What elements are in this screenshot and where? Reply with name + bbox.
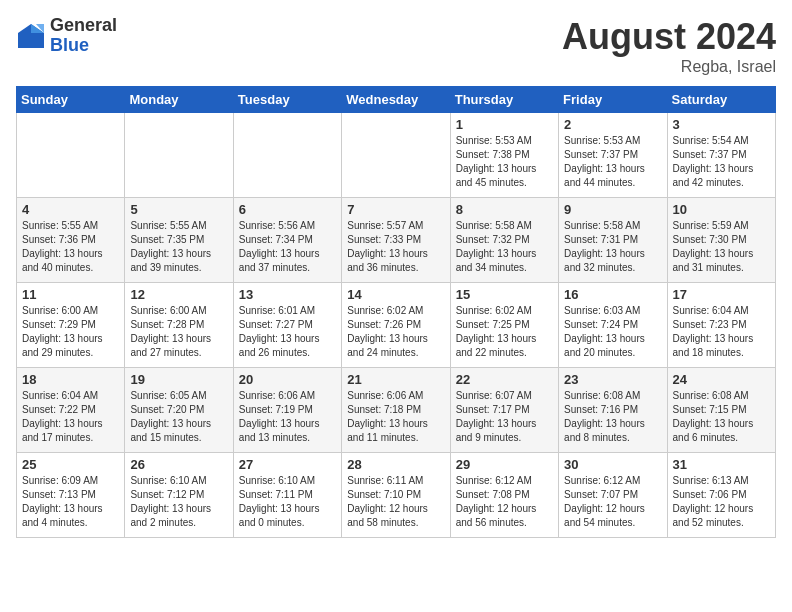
- calendar-cell: 22Sunrise: 6:07 AM Sunset: 7:17 PM Dayli…: [450, 368, 558, 453]
- day-number: 24: [673, 372, 770, 387]
- day-info: Sunrise: 6:13 AM Sunset: 7:06 PM Dayligh…: [673, 474, 770, 530]
- calendar-cell: 18Sunrise: 6:04 AM Sunset: 7:22 PM Dayli…: [17, 368, 125, 453]
- day-number: 18: [22, 372, 119, 387]
- day-info: Sunrise: 6:06 AM Sunset: 7:19 PM Dayligh…: [239, 389, 336, 445]
- logo-blue-text: Blue: [50, 36, 117, 56]
- header-friday: Friday: [559, 87, 667, 113]
- day-number: 8: [456, 202, 553, 217]
- header-saturday: Saturday: [667, 87, 775, 113]
- calendar-cell: 6Sunrise: 5:56 AM Sunset: 7:34 PM Daylig…: [233, 198, 341, 283]
- day-info: Sunrise: 6:04 AM Sunset: 7:22 PM Dayligh…: [22, 389, 119, 445]
- day-info: Sunrise: 6:09 AM Sunset: 7:13 PM Dayligh…: [22, 474, 119, 530]
- day-number: 27: [239, 457, 336, 472]
- calendar-cell: 27Sunrise: 6:10 AM Sunset: 7:11 PM Dayli…: [233, 453, 341, 538]
- day-info: Sunrise: 5:55 AM Sunset: 7:36 PM Dayligh…: [22, 219, 119, 275]
- header-sunday: Sunday: [17, 87, 125, 113]
- day-number: 14: [347, 287, 444, 302]
- calendar-week-5: 25Sunrise: 6:09 AM Sunset: 7:13 PM Dayli…: [17, 453, 776, 538]
- logo-icon: [16, 21, 46, 51]
- day-info: Sunrise: 6:02 AM Sunset: 7:26 PM Dayligh…: [347, 304, 444, 360]
- day-number: 6: [239, 202, 336, 217]
- day-number: 16: [564, 287, 661, 302]
- day-info: Sunrise: 5:56 AM Sunset: 7:34 PM Dayligh…: [239, 219, 336, 275]
- calendar-cell: 21Sunrise: 6:06 AM Sunset: 7:18 PM Dayli…: [342, 368, 450, 453]
- day-number: 30: [564, 457, 661, 472]
- calendar-cell: 12Sunrise: 6:00 AM Sunset: 7:28 PM Dayli…: [125, 283, 233, 368]
- day-info: Sunrise: 6:08 AM Sunset: 7:16 PM Dayligh…: [564, 389, 661, 445]
- calendar-week-4: 18Sunrise: 6:04 AM Sunset: 7:22 PM Dayli…: [17, 368, 776, 453]
- calendar-cell: 7Sunrise: 5:57 AM Sunset: 7:33 PM Daylig…: [342, 198, 450, 283]
- header-wednesday: Wednesday: [342, 87, 450, 113]
- logo: General Blue: [16, 16, 117, 56]
- calendar-cell: 28Sunrise: 6:11 AM Sunset: 7:10 PM Dayli…: [342, 453, 450, 538]
- day-number: 5: [130, 202, 227, 217]
- day-number: 26: [130, 457, 227, 472]
- day-number: 11: [22, 287, 119, 302]
- day-info: Sunrise: 6:04 AM Sunset: 7:23 PM Dayligh…: [673, 304, 770, 360]
- day-info: Sunrise: 6:10 AM Sunset: 7:11 PM Dayligh…: [239, 474, 336, 530]
- day-number: 12: [130, 287, 227, 302]
- day-number: 1: [456, 117, 553, 132]
- day-info: Sunrise: 6:06 AM Sunset: 7:18 PM Dayligh…: [347, 389, 444, 445]
- day-number: 21: [347, 372, 444, 387]
- calendar-week-2: 4Sunrise: 5:55 AM Sunset: 7:36 PM Daylig…: [17, 198, 776, 283]
- day-info: Sunrise: 5:53 AM Sunset: 7:37 PM Dayligh…: [564, 134, 661, 190]
- calendar-cell: 19Sunrise: 6:05 AM Sunset: 7:20 PM Dayli…: [125, 368, 233, 453]
- calendar-cell: 25Sunrise: 6:09 AM Sunset: 7:13 PM Dayli…: [17, 453, 125, 538]
- day-info: Sunrise: 6:01 AM Sunset: 7:27 PM Dayligh…: [239, 304, 336, 360]
- day-number: 2: [564, 117, 661, 132]
- calendar-cell: [342, 113, 450, 198]
- day-number: 23: [564, 372, 661, 387]
- page-header: General Blue August 2024 Regba, Israel: [16, 16, 776, 76]
- day-info: Sunrise: 6:03 AM Sunset: 7:24 PM Dayligh…: [564, 304, 661, 360]
- calendar-cell: [125, 113, 233, 198]
- day-info: Sunrise: 6:10 AM Sunset: 7:12 PM Dayligh…: [130, 474, 227, 530]
- day-info: Sunrise: 5:53 AM Sunset: 7:38 PM Dayligh…: [456, 134, 553, 190]
- day-number: 25: [22, 457, 119, 472]
- header-row: Sunday Monday Tuesday Wednesday Thursday…: [17, 87, 776, 113]
- calendar-cell: 15Sunrise: 6:02 AM Sunset: 7:25 PM Dayli…: [450, 283, 558, 368]
- day-number: 4: [22, 202, 119, 217]
- calendar-cell: 20Sunrise: 6:06 AM Sunset: 7:19 PM Dayli…: [233, 368, 341, 453]
- calendar-cell: 13Sunrise: 6:01 AM Sunset: 7:27 PM Dayli…: [233, 283, 341, 368]
- calendar-cell: [17, 113, 125, 198]
- calendar-cell: 26Sunrise: 6:10 AM Sunset: 7:12 PM Dayli…: [125, 453, 233, 538]
- day-number: 17: [673, 287, 770, 302]
- day-number: 29: [456, 457, 553, 472]
- day-info: Sunrise: 6:08 AM Sunset: 7:15 PM Dayligh…: [673, 389, 770, 445]
- calendar-body: 1Sunrise: 5:53 AM Sunset: 7:38 PM Daylig…: [17, 113, 776, 538]
- calendar-cell: 5Sunrise: 5:55 AM Sunset: 7:35 PM Daylig…: [125, 198, 233, 283]
- logo-text: General Blue: [50, 16, 117, 56]
- calendar-table: Sunday Monday Tuesday Wednesday Thursday…: [16, 86, 776, 538]
- calendar-cell: 3Sunrise: 5:54 AM Sunset: 7:37 PM Daylig…: [667, 113, 775, 198]
- calendar-cell: 17Sunrise: 6:04 AM Sunset: 7:23 PM Dayli…: [667, 283, 775, 368]
- calendar-cell: [233, 113, 341, 198]
- header-monday: Monday: [125, 87, 233, 113]
- day-number: 3: [673, 117, 770, 132]
- day-number: 9: [564, 202, 661, 217]
- calendar-cell: 8Sunrise: 5:58 AM Sunset: 7:32 PM Daylig…: [450, 198, 558, 283]
- day-number: 10: [673, 202, 770, 217]
- title-area: August 2024 Regba, Israel: [562, 16, 776, 76]
- day-info: Sunrise: 6:05 AM Sunset: 7:20 PM Dayligh…: [130, 389, 227, 445]
- calendar-cell: 23Sunrise: 6:08 AM Sunset: 7:16 PM Dayli…: [559, 368, 667, 453]
- day-info: Sunrise: 5:58 AM Sunset: 7:31 PM Dayligh…: [564, 219, 661, 275]
- day-number: 20: [239, 372, 336, 387]
- calendar-header: Sunday Monday Tuesday Wednesday Thursday…: [17, 87, 776, 113]
- day-number: 31: [673, 457, 770, 472]
- calendar-cell: 2Sunrise: 5:53 AM Sunset: 7:37 PM Daylig…: [559, 113, 667, 198]
- day-info: Sunrise: 6:12 AM Sunset: 7:08 PM Dayligh…: [456, 474, 553, 530]
- calendar-cell: 14Sunrise: 6:02 AM Sunset: 7:26 PM Dayli…: [342, 283, 450, 368]
- day-info: Sunrise: 5:58 AM Sunset: 7:32 PM Dayligh…: [456, 219, 553, 275]
- day-number: 7: [347, 202, 444, 217]
- day-number: 22: [456, 372, 553, 387]
- day-info: Sunrise: 5:54 AM Sunset: 7:37 PM Dayligh…: [673, 134, 770, 190]
- day-number: 28: [347, 457, 444, 472]
- calendar-cell: 9Sunrise: 5:58 AM Sunset: 7:31 PM Daylig…: [559, 198, 667, 283]
- day-info: Sunrise: 5:59 AM Sunset: 7:30 PM Dayligh…: [673, 219, 770, 275]
- day-info: Sunrise: 6:00 AM Sunset: 7:29 PM Dayligh…: [22, 304, 119, 360]
- day-number: 13: [239, 287, 336, 302]
- day-number: 15: [456, 287, 553, 302]
- calendar-cell: 24Sunrise: 6:08 AM Sunset: 7:15 PM Dayli…: [667, 368, 775, 453]
- header-tuesday: Tuesday: [233, 87, 341, 113]
